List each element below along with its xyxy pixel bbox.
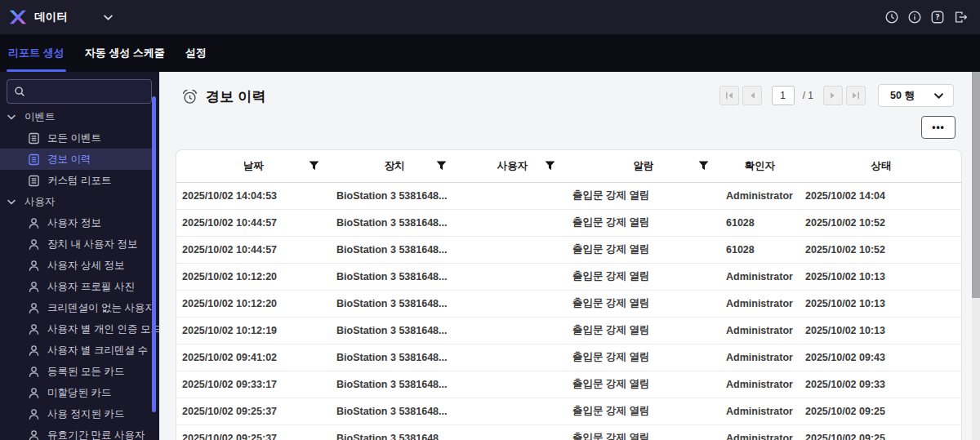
history-clock-icon[interactable] bbox=[884, 9, 900, 25]
help-icon[interactable]: ? bbox=[929, 9, 946, 25]
page-header: 경보 이력 bbox=[181, 84, 266, 109]
column-header-4: 확인자 bbox=[720, 150, 800, 182]
search-input[interactable] bbox=[30, 86, 151, 97]
logout-icon[interactable] bbox=[952, 9, 969, 25]
table-row[interactable]: 2025/10/02 10:44:57BioStation 3 5381648.… bbox=[176, 209, 962, 236]
table-cell-2-3: 출입문 강제 열림 bbox=[567, 236, 720, 263]
sidebar-item-1-7[interactable]: 등록된 모든 카드 bbox=[0, 361, 152, 382]
sidebar-item-1-2[interactable]: 사용자 상세 정보 bbox=[0, 255, 152, 276]
table-cell-5-1: BioStation 3 5381648... bbox=[331, 317, 458, 344]
sidebar-item-label: 사용자 상세 정보 bbox=[47, 259, 124, 273]
table-row[interactable]: 2025/10/02 09:25:37BioStation 3 5381648.… bbox=[176, 424, 962, 440]
main-content: 경보 이력 / 1 50 행 ••• 날짜장치사용자알 bbox=[159, 72, 980, 440]
table-row[interactable]: 2025/10/02 09:33:17BioStation 3 5381648.… bbox=[176, 371, 962, 398]
page-scrollbar-thumb[interactable] bbox=[972, 72, 980, 298]
table-cell-3-2 bbox=[458, 263, 567, 290]
prev-page-button[interactable] bbox=[742, 86, 762, 105]
column-header-5: 상태 bbox=[800, 150, 962, 182]
table-cell-6-0: 2025/10/02 09:41:02 bbox=[176, 344, 331, 371]
table-cell-0-0: 2025/10/02 14:04:53 bbox=[176, 182, 331, 209]
table-cell-1-1: BioStation 3 5381648... bbox=[331, 209, 458, 236]
sidebar-item-label: 커스텀 리포트 bbox=[47, 174, 111, 188]
table-cell-0-5: 2025/10/02 14:04 bbox=[800, 182, 962, 209]
table-cell-8-2 bbox=[458, 398, 567, 424]
sidebar-item-1-8[interactable]: 미할당된 카드 bbox=[0, 382, 152, 403]
filter-icon[interactable] bbox=[309, 161, 319, 171]
next-page-button[interactable] bbox=[823, 86, 843, 105]
table-cell-2-5: 2025/10/02 10:52 bbox=[800, 236, 962, 263]
chevron-down-icon bbox=[7, 114, 16, 120]
sidebar-item-1-3[interactable]: 사용자 프로필 사진 bbox=[0, 276, 152, 297]
page-scrollbar-track[interactable] bbox=[972, 72, 980, 440]
table-row[interactable]: 2025/10/02 09:25:37BioStation 3 5381648.… bbox=[176, 398, 962, 424]
page-number-input[interactable] bbox=[772, 86, 795, 105]
table-cell-5-5: 2025/10/02 10:13 bbox=[800, 317, 962, 344]
pagination: / 1 bbox=[719, 86, 866, 105]
column-header-label: 확인자 bbox=[745, 160, 776, 171]
table-cell-9-5: 2025/10/02 09:25 bbox=[800, 424, 962, 440]
sidebar-item-0-1[interactable]: 경보 이력 bbox=[0, 149, 152, 170]
first-page-button[interactable] bbox=[719, 86, 739, 105]
app-logo-icon[interactable] bbox=[8, 8, 26, 26]
table-cell-8-4: Administrator bbox=[720, 398, 800, 424]
sidebar-scrollbar[interactable] bbox=[152, 96, 156, 412]
sidebar-item-1-9[interactable]: 사용 정지된 카드 bbox=[0, 403, 152, 424]
search-icon bbox=[14, 86, 25, 97]
table-cell-5-0: 2025/10/02 10:12:19 bbox=[176, 317, 331, 344]
sidebar-item-0-2[interactable]: 커스텀 리포트 bbox=[0, 170, 152, 191]
table-cell-8-3: 출입문 강제 열림 bbox=[567, 398, 720, 424]
chevron-down-icon[interactable] bbox=[104, 15, 113, 20]
table-row[interactable]: 2025/10/02 10:12:20BioStation 3 5381648.… bbox=[176, 290, 962, 317]
chevron-down-icon bbox=[7, 199, 16, 205]
table-cell-6-1: BioStation 3 5381648... bbox=[331, 344, 458, 371]
table-row[interactable]: 2025/10/02 09:41:02BioStation 3 5381648.… bbox=[176, 344, 962, 371]
table-cell-9-3: 출입문 강제 열림 bbox=[567, 424, 720, 440]
table-cell-3-4: Administrator bbox=[720, 263, 800, 290]
sidebar-group-label: 이벤트 bbox=[24, 110, 56, 124]
table-cell-6-4: Administrator bbox=[720, 344, 800, 371]
table-row[interactable]: 2025/10/02 14:04:53BioStation 3 5381648.… bbox=[176, 182, 962, 209]
sidebar-item-1-10[interactable]: 유효기간 만료 사용자 bbox=[0, 424, 152, 440]
column-header-label: 장치 bbox=[385, 160, 405, 171]
tab-auto-schedule[interactable]: 자동 생성 스케줄 bbox=[83, 34, 167, 72]
filter-icon[interactable] bbox=[545, 161, 555, 171]
rows-per-page-select[interactable]: 50 행 bbox=[878, 84, 954, 107]
sidebar-search-box[interactable] bbox=[7, 79, 152, 104]
sidebar-item-label: 등록된 모든 카드 bbox=[47, 365, 124, 379]
filter-icon[interactable] bbox=[698, 161, 709, 171]
sidebar-item-1-6[interactable]: 사용자 별 크리덴셜 수 bbox=[0, 340, 152, 361]
sidebar-item-label: 사용자 별 크리덴셜 수 bbox=[47, 344, 148, 358]
table-cell-5-2 bbox=[458, 317, 567, 344]
tab-report-create[interactable]: 리포트 생성 bbox=[7, 34, 66, 72]
sidebar-group-label: 사용자 bbox=[24, 195, 56, 209]
tab-settings[interactable]: 설정 bbox=[184, 34, 208, 72]
table-cell-0-2 bbox=[458, 182, 567, 209]
table-cell-4-4: Administrator bbox=[720, 290, 800, 317]
table-row[interactable]: 2025/10/02 10:44:57BioStation 3 5381648.… bbox=[176, 236, 962, 263]
sidebar-item-1-0[interactable]: 사용자 정보 bbox=[0, 212, 152, 233]
sidebar-item-label: 모든 이벤트 bbox=[47, 131, 101, 145]
sidebar-item-1-4[interactable]: 크리덴셜이 없는 사용자 bbox=[0, 297, 152, 318]
sidebar-group-0[interactable]: 이벤트 bbox=[0, 106, 152, 127]
column-header-0: 날짜 bbox=[176, 150, 331, 182]
column-header-label: 사용자 bbox=[497, 160, 528, 171]
more-options-button[interactable]: ••• bbox=[921, 116, 956, 139]
filter-icon[interactable] bbox=[436, 161, 447, 171]
last-page-button[interactable] bbox=[846, 86, 866, 105]
page-total-label: / 1 bbox=[803, 90, 813, 101]
sidebar-group-1[interactable]: 사용자 bbox=[0, 191, 152, 212]
sidebar-item-0-0[interactable]: 모든 이벤트 bbox=[0, 127, 152, 149]
table-cell-6-3: 출입문 강제 열림 bbox=[567, 344, 720, 371]
table-cell-7-5: 2025/10/02 09:33 bbox=[800, 371, 962, 398]
sidebar-item-1-5[interactable]: 사용자 별 개인 인증 모드 bbox=[0, 318, 152, 340]
table-row[interactable]: 2025/10/02 10:12:20BioStation 3 5381648.… bbox=[176, 263, 962, 290]
table-cell-4-2 bbox=[458, 290, 567, 317]
info-icon[interactable] bbox=[906, 9, 923, 25]
sidebar-item-1-1[interactable]: 장치 내 사용자 정보 bbox=[0, 233, 152, 255]
table-cell-2-4: 61028 bbox=[720, 236, 800, 263]
table-cell-4-1: BioStation 3 5381648... bbox=[331, 290, 458, 317]
table-cell-7-1: BioStation 3 5381648... bbox=[331, 371, 458, 398]
tab-bar: 리포트 생성자동 생성 스케줄설정 bbox=[0, 34, 980, 72]
user-icon bbox=[28, 260, 40, 272]
table-row[interactable]: 2025/10/02 10:12:19BioStation 3 5381648.… bbox=[176, 317, 962, 344]
